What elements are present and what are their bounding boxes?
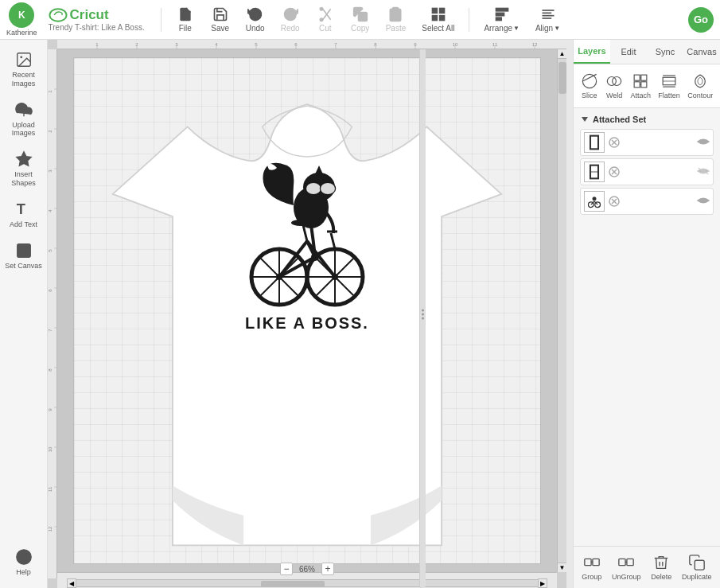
right-toolbar: Slice Weld — [574, 64, 720, 108]
redo-button[interactable]: Redo — [276, 5, 305, 34]
arrange-button[interactable]: Arrange▼ — [479, 5, 524, 34]
attach-icon — [632, 72, 649, 90]
file-label: File — [179, 24, 192, 33]
svg-rect-6 — [393, 8, 399, 10]
canvas-content[interactable]: LIKE A BOSS. — [57, 49, 557, 572]
sidebar-item-upload-images[interactable]: UploadImages — [2, 96, 46, 143]
save-button[interactable]: Save — [206, 5, 235, 34]
layer-2-visibility[interactable] — [697, 165, 710, 180]
handle-dot-2 — [422, 313, 424, 315]
scroll-up-button[interactable]: ▲ — [558, 49, 566, 59]
svg-text:7: 7 — [334, 42, 337, 47]
align-button[interactable]: Align▼ — [531, 5, 565, 34]
paste-button[interactable]: Paste — [381, 5, 411, 34]
duplicate-button[interactable]: Duplicate — [679, 551, 714, 583]
slice-label: Slice — [582, 92, 597, 99]
zoom-out-button[interactable]: − — [280, 563, 293, 575]
canvas-area[interactable]: 1 2 3 4 5 6 7 8 9 10 11 — [48, 40, 566, 588]
svg-point-113 — [613, 77, 621, 86]
zoom-in-button[interactable]: + — [321, 563, 334, 575]
delete-button[interactable]: Delete — [648, 551, 674, 583]
layer-2-close[interactable] — [608, 165, 621, 178]
tool-contour[interactable]: Contour — [684, 69, 716, 103]
svg-rect-10 — [440, 16, 445, 21]
svg-text:1: 1 — [48, 90, 53, 93]
tab-canvas[interactable]: Canvas — [683, 40, 720, 64]
cut-button[interactable]: Cut — [311, 5, 340, 34]
layer-2-preview — [586, 164, 602, 180]
layer-3-close[interactable] — [608, 195, 621, 208]
svg-text:4: 4 — [215, 42, 218, 47]
help-icon — [15, 548, 33, 566]
file-button[interactable]: File — [171, 5, 200, 34]
redo-icon — [282, 6, 298, 22]
scrollbar-right[interactable]: ▲ ▼ — [557, 49, 566, 572]
svg-line-111 — [582, 74, 596, 81]
svg-rect-151 — [619, 559, 625, 565]
svg-text:T: T — [16, 201, 25, 217]
tool-slice[interactable]: Slice — [578, 69, 601, 103]
undo-button[interactable]: Undo — [241, 5, 270, 34]
svg-rect-5 — [358, 13, 367, 21]
scroll-down-button[interactable]: ▼ — [558, 563, 566, 572]
layer-1-visibility[interactable] — [697, 135, 710, 150]
right-panel: Layers Edit Sync Canvas Slice Weld — [573, 40, 720, 588]
tab-layers[interactable]: Layers — [574, 40, 610, 64]
go-button[interactable]: Go — [688, 7, 714, 33]
svg-text:2: 2 — [135, 42, 138, 47]
weld-icon — [605, 72, 623, 90]
copy-label: Copy — [351, 24, 369, 33]
ungroup-button[interactable]: UnGroup — [609, 551, 644, 583]
tool-flatten[interactable]: Flatten — [655, 69, 683, 103]
horizontal-scrollbar-track[interactable] — [76, 579, 538, 587]
layer-item-3[interactable] — [580, 188, 714, 215]
layer-thumb-1 — [584, 132, 605, 153]
select-all-button[interactable]: Select All — [417, 5, 459, 34]
svg-rect-127 — [590, 136, 598, 150]
cut-label: Cut — [319, 24, 332, 33]
scroll-right-button[interactable]: ▶ — [538, 578, 547, 588]
svg-rect-115 — [641, 75, 647, 80]
sidebar-item-insert-shapes[interactable]: InsertShapes — [2, 146, 46, 193]
scroll-thumb-vertical[interactable] — [558, 62, 566, 94]
svg-rect-154 — [695, 560, 704, 570]
ruler-top-marks: 1 2 3 4 5 6 7 8 9 10 11 — [57, 40, 566, 49]
tool-weld[interactable]: Weld — [602, 69, 626, 103]
tab-edit[interactable]: Edit — [610, 40, 647, 64]
tool-attach[interactable]: Attach — [627, 69, 654, 103]
logo-area: Cricut Trendy T-shirt: Like A Boss. — [49, 7, 145, 32]
left-sidebar: RecentImages UploadImages InsertShapes T… — [0, 40, 48, 588]
group-button[interactable]: Group — [579, 551, 604, 583]
separator-1 — [161, 8, 162, 32]
horizontal-scroll-thumb[interactable] — [261, 581, 325, 587]
user-avatar: K — [9, 2, 34, 28]
svg-text:11: 11 — [48, 486, 53, 492]
layer-3-visibility[interactable] — [697, 194, 710, 209]
sidebar-item-recent-images[interactable]: RecentImages — [2, 46, 46, 93]
sidebar-item-set-canvas[interactable]: Set Canvas — [2, 237, 46, 275]
paste-label: Paste — [386, 24, 407, 33]
svg-text:10: 10 — [48, 446, 53, 452]
ruler-left: 1 2 3 4 5 6 7 8 9 10 11 — [48, 49, 57, 578]
svg-text:3: 3 — [175, 42, 178, 47]
collapse-icon — [580, 115, 590, 124]
svg-point-19 — [20, 56, 22, 58]
undo-label: Undo — [246, 24, 265, 33]
sidebar-item-add-text[interactable]: T Add Text — [2, 196, 46, 234]
logo-text: Cricut — [70, 7, 109, 23]
scroll-left-button[interactable]: ◀ — [67, 578, 76, 588]
sidebar-item-help[interactable]: Help — [2, 543, 46, 582]
tab-sync[interactable]: Sync — [647, 40, 683, 64]
flatten-label: Flatten — [658, 92, 680, 99]
layer-item-2[interactable] — [580, 158, 714, 185]
svg-text:12: 12 — [532, 42, 538, 47]
recent-images-icon — [15, 51, 33, 68]
layer-thumb-2 — [584, 162, 605, 182]
ungroup-icon — [617, 554, 635, 571]
panel-resize-handle[interactable] — [419, 40, 426, 588]
svg-text:3: 3 — [48, 169, 53, 173]
layer-1-close[interactable] — [608, 136, 621, 149]
copy-button[interactable]: Copy — [346, 5, 375, 34]
layer-item-1[interactable] — [580, 129, 714, 156]
redo-label: Redo — [281, 24, 300, 33]
